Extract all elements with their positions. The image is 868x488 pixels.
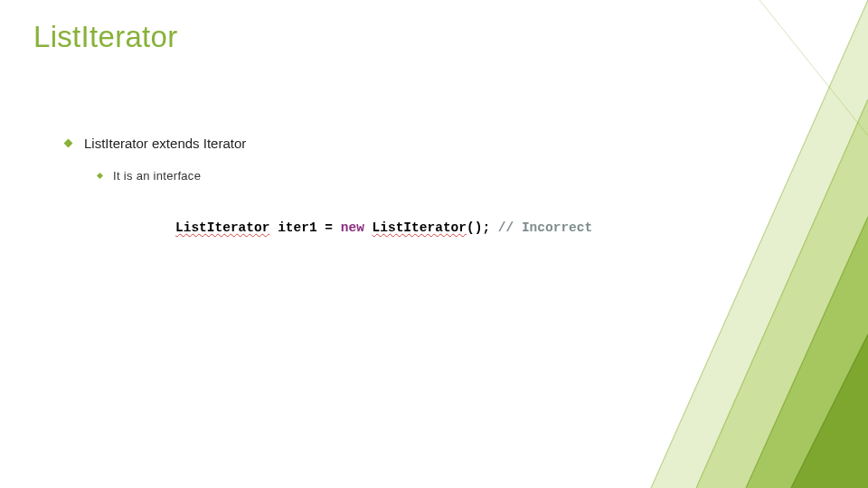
svg-line-8 — [760, 0, 868, 136]
svg-marker-1 — [696, 99, 868, 488]
code-keyword-new: new — [341, 221, 364, 235]
bullet-item-main: ListIterator extends Iterator — [65, 136, 246, 151]
svg-marker-2 — [746, 217, 868, 488]
svg-line-6 — [746, 217, 868, 488]
bullet-item-sub: It is an interface — [98, 169, 201, 183]
svg-marker-0 — [651, 0, 868, 488]
code-type2: ListIterator — [373, 221, 467, 235]
svg-line-7 — [791, 334, 868, 488]
diamond-bullet-icon — [97, 173, 103, 179]
svg-marker-3 — [791, 334, 868, 488]
svg-line-5 — [696, 99, 868, 488]
bullet-sub-text: It is an interface — [113, 169, 201, 183]
svg-line-4 — [651, 0, 868, 488]
code-type1: ListIterator — [175, 221, 269, 235]
page-title: ListIterator — [33, 20, 178, 54]
code-snippet: ListIterator iter1 = new ListIterator();… — [175, 221, 592, 235]
diamond-bullet-icon — [64, 139, 73, 148]
decorative-triangles — [597, 0, 868, 488]
code-comment: // Incorrect — [498, 221, 592, 235]
code-eq: = — [317, 221, 341, 235]
code-var: iter1 — [278, 221, 317, 235]
bullet-main-text: ListIterator extends Iterator — [84, 136, 246, 151]
code-paren: (); — [467, 221, 490, 235]
slide: ListIterator ListIterator extends Iterat… — [0, 0, 868, 488]
